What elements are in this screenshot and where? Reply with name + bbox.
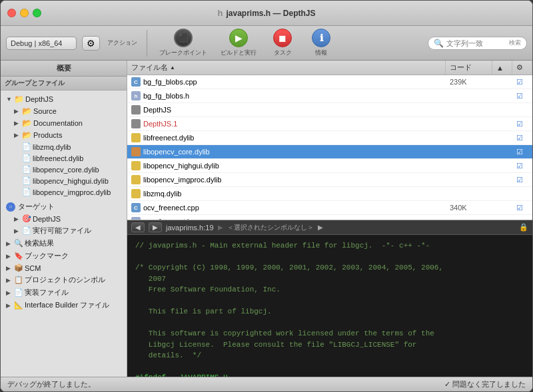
exec-icon: 📄 bbox=[22, 226, 31, 235]
file-row[interactable]: h ocv_freenect.h bbox=[127, 215, 532, 220]
nav-back-button[interactable]: ◀ bbox=[131, 222, 145, 232]
breakpoint-label: ブレークポイント bbox=[159, 49, 207, 57]
sidebar-item-libfreenect[interactable]: 📄 libfreenect.dylib bbox=[1, 152, 127, 164]
file-list-body[interactable]: C bg_fg_blobs.cpp 239K ☑ h bg_fg_blobs.h bbox=[127, 75, 532, 220]
target-icon: ○ bbox=[6, 202, 15, 212]
sidebar-item-search-results[interactable]: ▶ 🔍 検索結果 bbox=[1, 237, 127, 250]
sidebar-item-label: Interface Builder ファイル bbox=[25, 300, 109, 310]
sidebar-item-libopencv-core[interactable]: 📄 libopencv_core.dylib bbox=[1, 164, 127, 175]
sidebar-scroll[interactable]: ▼ 📁 DepthJS ▶ 📂 Source ▶ 📂 Documentation bbox=[1, 91, 127, 377]
sidebar-header: 概要 bbox=[1, 61, 127, 77]
arrow-icon: ▶ bbox=[14, 108, 21, 114]
sidebar-item-libopencv-imgproc[interactable]: 📄 libopencv_imgproc.dylib bbox=[1, 186, 127, 198]
file-row[interactable]: libzmq.dylib bbox=[127, 187, 532, 201]
sidebar-item-bookmarks[interactable]: ▶ 🔖 ブックマーク bbox=[1, 250, 127, 262]
file-row[interactable]: libfreenect.dylib ☑ bbox=[127, 131, 532, 145]
traffic-lights bbox=[7, 9, 41, 17]
minimize-button[interactable] bbox=[20, 9, 29, 17]
sidebar-item-label: Products bbox=[33, 131, 62, 139]
sidebar-item-exec-files[interactable]: ▶ 📄 実行可能ファイル bbox=[1, 224, 127, 237]
breakpoint-button[interactable]: ⬛ ブレークポイント bbox=[155, 27, 211, 59]
file-row[interactable]: DepthJS bbox=[127, 103, 532, 117]
file-row[interactable]: libopencv_imgproc.dylib ☑ bbox=[127, 173, 532, 187]
folder-icon: 📂 bbox=[22, 106, 32, 116]
file-row-selected[interactable]: libopencv_core.dylib ☑ bbox=[127, 145, 532, 159]
ib-icon: 📐 bbox=[14, 301, 23, 309]
file-row[interactable]: libopencv_highgui.dylib ☑ bbox=[127, 159, 532, 173]
search-label: 検索 bbox=[509, 39, 521, 47]
group-icon: 📁 bbox=[14, 95, 24, 104]
bookmarks-icon: 🔖 bbox=[14, 252, 23, 260]
dylib-icon bbox=[131, 133, 141, 142]
sidebar-item-label: SCM bbox=[25, 264, 41, 272]
nav-forward-button[interactable]: ▶ bbox=[149, 222, 162, 232]
sidebar-item-libzmq[interactable]: 📄 libzmq.dylib bbox=[1, 141, 127, 152]
symbols-icon: 📋 bbox=[14, 276, 23, 284]
sidebar-item-label: 実行可能ファイル bbox=[33, 226, 91, 236]
file-row[interactable]: h bg_fg_blobs.h ☑ bbox=[127, 89, 532, 103]
cpp-icon: C bbox=[131, 77, 141, 87]
arrow-icon: ▶ bbox=[6, 253, 13, 260]
col-header-warning[interactable]: ▲ bbox=[492, 61, 512, 75]
dylib-icon bbox=[131, 175, 141, 184]
sidebar-item-libopencv-highgui[interactable]: 📄 libopencv_highgui.dylib bbox=[1, 175, 127, 186]
task-label: タスク bbox=[274, 49, 292, 57]
dylib-icon: 📄 bbox=[22, 154, 31, 162]
gear-icon: ⚙ bbox=[87, 38, 95, 49]
file-row[interactable]: DepthJS.1 ☑ bbox=[127, 117, 532, 131]
sidebar-item-project-symbols[interactable]: ▶ 📋 プロジェクトのシンボル bbox=[1, 274, 127, 286]
file-row[interactable]: C bg_fg_blobs.cpp 239K ☑ bbox=[127, 75, 532, 89]
sidebar-item-depthjs[interactable]: ▼ 📁 DepthJS bbox=[1, 93, 127, 105]
sidebar-item-label: Source bbox=[33, 107, 57, 115]
impl-icon: 📄 bbox=[14, 288, 23, 297]
arrow-icon: ▶ bbox=[14, 228, 21, 234]
right-panel: ファイル名 ▲ コード ▲ ⚙ bbox=[127, 61, 532, 377]
sidebar-item-products[interactable]: ▶ 📂 Products bbox=[1, 129, 127, 141]
task-button[interactable]: ◼ タスク bbox=[266, 27, 299, 59]
info-button[interactable]: ℹ 情報 bbox=[304, 27, 338, 59]
file-type-icon: h bbox=[218, 8, 223, 18]
action-button[interactable]: ⚙ bbox=[82, 36, 100, 51]
file-row[interactable]: C ocv_freenect.cpp 340K ☑ bbox=[127, 201, 532, 215]
close-button[interactable] bbox=[7, 9, 16, 17]
sidebar-item-ib-files[interactable]: ▶ 📐 Interface Builder ファイル bbox=[1, 299, 127, 311]
target-item-icon: 🎯 bbox=[22, 214, 31, 223]
sidebar-item-label: DepthJS bbox=[25, 95, 53, 103]
code-filename: javaprims.h:19 bbox=[166, 224, 214, 232]
code-toolbar: ◀ ▶ javaprims.h:19 ▶ ＜選択されたシンボルなし＞ ▶ 🔒 bbox=[127, 220, 532, 235]
symbol-arrow: ▶ bbox=[218, 224, 223, 231]
sidebar: 概要 グループとファイル ▼ 📁 DepthJS ▶ 📂 Source ▶ bbox=[1, 61, 127, 377]
sidebar-item-label: libopencv_imgproc.dylib bbox=[33, 188, 111, 196]
col-header-name[interactable]: ファイル名 ▲ bbox=[127, 61, 446, 75]
search-input[interactable] bbox=[446, 39, 506, 47]
info-icon: ℹ bbox=[312, 29, 330, 47]
sidebar-section-target[interactable]: ○ ターゲット bbox=[1, 200, 127, 213]
lock-icon[interactable]: 🔒 bbox=[519, 223, 528, 232]
status-left: デバッグが終了しました。 bbox=[7, 379, 95, 389]
arrow-icon: ▶ bbox=[14, 216, 21, 222]
col-header-code[interactable]: コード bbox=[446, 61, 492, 75]
h-icon: h bbox=[131, 91, 141, 100]
symbol-nav-icon: ▶ bbox=[318, 224, 323, 231]
arrow-icon: ▶ bbox=[14, 120, 21, 126]
sidebar-item-impl-files[interactable]: ▶ 📄 実装ファイル bbox=[1, 286, 127, 299]
code-body[interactable]: // javaprims.h - Main external header fi… bbox=[127, 235, 532, 377]
maximize-button[interactable] bbox=[33, 9, 41, 17]
file-list-header: ファイル名 ▲ コード ▲ ⚙ bbox=[127, 61, 532, 75]
sidebar-item-label: ブックマーク bbox=[25, 251, 69, 261]
sidebar-item-documentation[interactable]: ▶ 📂 Documentation bbox=[1, 117, 127, 129]
main-content: 概要 グループとファイル ▼ 📁 DepthJS ▶ 📂 Source ▶ bbox=[1, 61, 532, 377]
build-run-button[interactable]: ▶ ビルドと実行 bbox=[217, 27, 261, 59]
col-header-check[interactable]: ⚙ bbox=[512, 61, 532, 75]
sidebar-item-source[interactable]: ▶ 📂 Source bbox=[1, 105, 127, 117]
dylib-icon: 📄 bbox=[22, 176, 31, 185]
scheme-select[interactable]: Debug | x86_64 bbox=[6, 37, 77, 50]
search-box[interactable]: 🔍 検索 bbox=[428, 37, 527, 50]
scheme-selector[interactable]: Debug | x86_64 bbox=[6, 37, 77, 50]
dylib-icon: 📄 bbox=[22, 142, 31, 151]
action-toolbar-item[interactable]: アクション bbox=[105, 39, 139, 47]
sidebar-item-depthjs-target[interactable]: ▶ 🎯 DepthJS bbox=[1, 213, 127, 224]
groups-header: グループとファイル bbox=[1, 77, 127, 91]
sidebar-item-scm[interactable]: ▶ 📦 SCM bbox=[1, 262, 127, 274]
symbol-selector[interactable]: ＜選択されたシンボルなし＞ bbox=[227, 223, 314, 232]
